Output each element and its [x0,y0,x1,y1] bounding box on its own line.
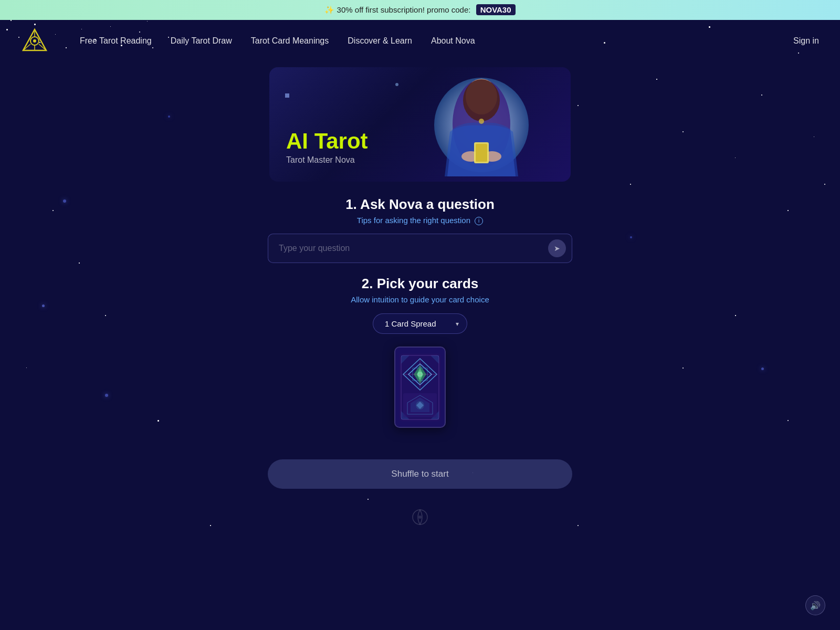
footer-moon-symbol [407,505,433,533]
promo-banner: ✨ 30% off first subscription! promo code… [0,0,840,20]
question-input[interactable] [268,234,572,263]
svg-rect-13 [476,144,487,162]
svg-point-9 [463,79,500,121]
hero-subtitle: Tarot Master Nova [286,155,368,165]
send-button[interactable]: ➤ [548,239,566,257]
banner-text: 30% off first subscription! promo code: [337,5,471,14]
hero-image: AI Tarot Tarot Master Nova [269,67,571,182]
card-area: Card Spread [394,346,446,428]
hero-text: AI Tarot Tarot Master Nova [286,129,368,165]
step1-title: 1. Ask Nova a question [345,196,495,213]
nav-daily-tarot[interactable]: Daily Tarot Draw [171,36,232,46]
question-input-wrap: ➤ [268,234,572,263]
svg-point-35 [418,516,422,519]
sign-in-link[interactable]: Sign in [793,36,819,46]
banner-emoji: ✨ [324,5,334,14]
step2-subtitle: Allow intuition to guide your card choic… [351,295,489,304]
logo[interactable] [21,27,48,55]
nav-discover[interactable]: Discover & Learn [348,36,412,46]
navbar: Free Tarot Reading Daily Tarot Draw Taro… [0,20,840,62]
nav-about[interactable]: About Nova [431,36,475,46]
promo-code: NOVA30 [476,4,516,15]
send-icon: ➤ [554,244,560,253]
hero-dot-2 [395,83,398,86]
hero-title: AI Tarot [286,129,368,153]
svg-point-14 [479,119,484,124]
sound-icon: 🔊 [810,601,821,611]
nav-links: Free Tarot Reading Daily Tarot Draw Taro… [80,36,793,46]
info-icon[interactable]: i [475,217,483,225]
shuffle-button[interactable]: Shuffle to start [268,459,572,489]
tarot-card[interactable]: Card Spread [394,346,446,428]
svg-point-2 [33,39,36,43]
card-back-svg [399,353,441,422]
nav-free-tarot[interactable]: Free Tarot Reading [80,36,152,46]
step1-subtitle[interactable]: Tips for asking the right question i [357,216,483,225]
logo-icon [21,27,48,55]
hero-dot-1 [285,93,289,98]
nav-card-meanings[interactable]: Tarot Card Meanings [251,36,329,46]
spread-dropdown-wrap: 1 Card Spread 3 Card Spread 5 Card Sprea… [373,313,467,334]
spread-select[interactable]: 1 Card Spread 3 Card Spread 5 Card Sprea… [373,313,467,334]
step2-title: 2. Pick your cards [362,276,479,292]
main-content: AI Tarot Tarot Master Nova 1. Ask Nova a… [0,62,840,533]
hero-figure [424,71,539,182]
sound-button[interactable]: 🔊 [805,595,825,615]
